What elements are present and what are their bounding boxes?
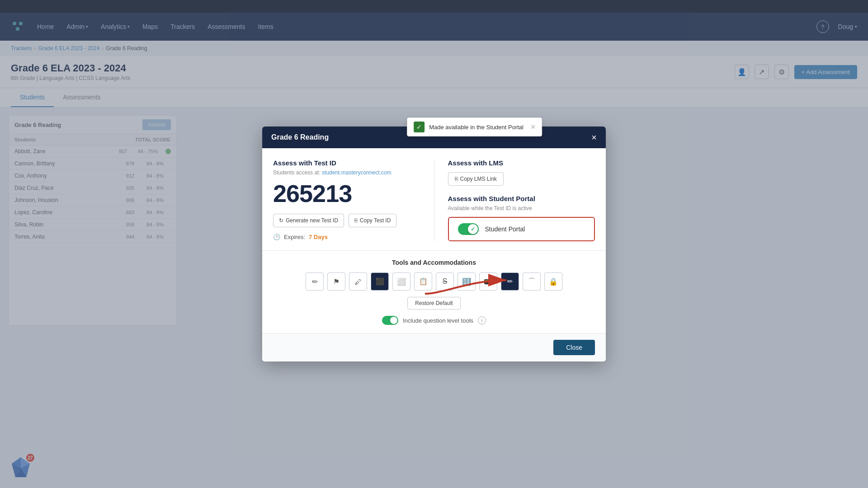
portal-toggle-label: Student Portal xyxy=(485,225,525,233)
tool-eraser-button[interactable]: ⬛ xyxy=(371,272,389,291)
tool-calculator2-button[interactable]: 📟 xyxy=(479,272,497,291)
tool-marker-button[interactable]: ✏ xyxy=(501,272,519,291)
notification-close-button[interactable]: × xyxy=(531,123,536,131)
success-check-icon: ✓ xyxy=(414,122,425,132)
student-portal-toggle-box: ✓ Student Portal xyxy=(448,217,595,241)
tool-calculator-button[interactable]: 🔢 xyxy=(458,272,476,291)
student-access-text: Students access at: student.masteryconne… xyxy=(273,169,420,176)
clock-icon: 🕐 xyxy=(273,234,280,240)
link-icon: ⎘ xyxy=(455,176,458,182)
test-id-title: Assess with Test ID xyxy=(273,159,420,167)
tools-title: Tools and Accommodations xyxy=(273,259,595,266)
refresh-icon: ↻ xyxy=(279,217,283,224)
tool-protractor-button[interactable]: ⌒ xyxy=(523,272,541,291)
student-access-link[interactable]: student.masteryconnect.com xyxy=(322,169,391,176)
modal-footer: Close xyxy=(262,333,606,361)
copy-test-id-button[interactable]: ⎘ Copy Test ID xyxy=(349,214,396,227)
tool-strikethrough-button[interactable]: S xyxy=(436,272,454,291)
lms-title: Assess with LMS xyxy=(448,159,595,167)
close-button[interactable]: Close xyxy=(553,340,595,355)
expires-row: 🕐 Expires: 7 Days xyxy=(273,234,420,240)
modal-close-button[interactable]: × xyxy=(591,133,597,142)
modal-body: Assess with Test ID Students access at: … xyxy=(262,148,606,241)
restore-default-button[interactable]: Restore Default xyxy=(407,297,460,310)
modal-title: Grade 6 Reading xyxy=(271,133,329,141)
tools-icons-row: ✏ ⚑ 🖊 ⬛ ⬜ 📋 S 🔢 📟 ✏ ⌒ 🔒 xyxy=(273,272,595,291)
modal: Grade 6 Reading × ✓ Made available in th… xyxy=(262,127,606,361)
tool-edit-button[interactable]: ✏ xyxy=(306,272,324,291)
success-notification: ✓ Made available in the Student Portal × xyxy=(407,117,542,136)
student-portal-section: Assess with Student Portal Available whi… xyxy=(448,195,595,241)
tool-pencil-button[interactable]: 🖊 xyxy=(349,272,367,291)
lms-col: Assess with LMS ⎘ Copy LMS Link Assess w… xyxy=(448,159,595,241)
generate-test-id-button[interactable]: ↻ Generate new Test ID xyxy=(273,214,344,227)
copy-icon: ⎘ xyxy=(354,217,358,224)
tool-lock-button[interactable]: 🔒 xyxy=(544,272,562,291)
question-level-label: Include question level tools xyxy=(403,317,473,324)
tools-section: Tools and Accommodations ✏ ⚑ 🖊 ⬛ ⬜ 📋 S 🔢… xyxy=(262,250,606,333)
question-level-toggle[interactable] xyxy=(382,316,398,325)
question-level-row: Include question level tools i xyxy=(273,316,595,325)
info-icon[interactable]: i xyxy=(478,316,486,324)
tool-clipboard-button[interactable]: 📋 xyxy=(414,272,432,291)
test-id-number: 265213 xyxy=(273,179,420,207)
student-portal-section-title: Assess with Student Portal xyxy=(448,195,595,202)
expires-value: 7 Days xyxy=(309,234,328,240)
test-id-col: Assess with Test ID Students access at: … xyxy=(273,159,420,241)
column-divider xyxy=(434,159,434,241)
tool-highlight-button[interactable]: ⬜ xyxy=(392,272,410,291)
success-message: Made available in the Student Portal xyxy=(429,124,524,131)
portal-toggle[interactable]: ✓ xyxy=(458,223,479,235)
portal-available-text: Available while the Test ID is active xyxy=(448,205,595,211)
copy-lms-link-button[interactable]: ⎘ Copy LMS Link xyxy=(448,172,504,186)
tool-flag-button[interactable]: ⚑ xyxy=(327,272,345,291)
overlay: Grade 6 Reading × ✓ Made available in th… xyxy=(0,0,868,488)
